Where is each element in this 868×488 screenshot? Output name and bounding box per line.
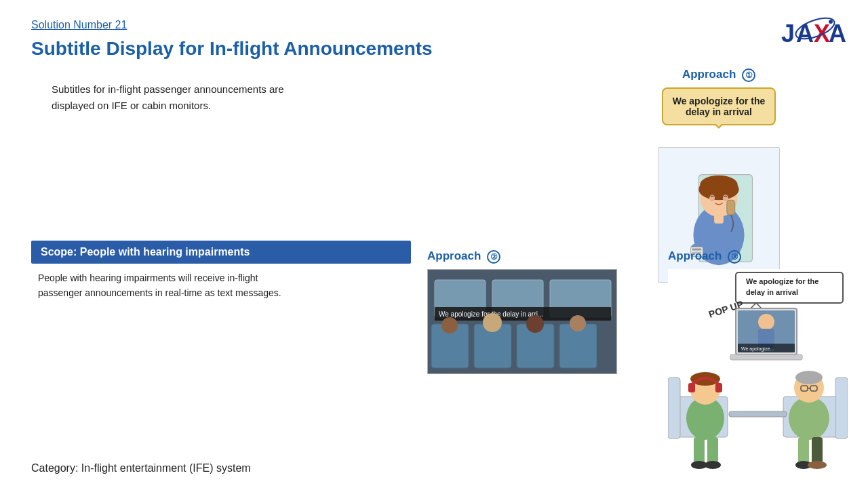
approach2-number: ②: [487, 250, 500, 264]
scope-header: Scope: People with hearing impairments: [31, 241, 411, 264]
svg-rect-48: [668, 378, 680, 439]
svg-rect-52: [688, 383, 695, 392]
approach1-bubble: We apologize for thedelay in arrival: [662, 87, 776, 125]
svg-text:delay in arrival: delay in arrival: [746, 288, 798, 296]
approach3-illustration: We apologize for the delay in arrival PO…: [668, 269, 848, 469]
approach3-label: Approach ③: [668, 249, 858, 264]
page-title: Subtitle Display for In-flight Announcem…: [31, 38, 841, 60]
svg-rect-19: [714, 214, 724, 224]
svg-rect-66: [798, 437, 809, 464]
svg-point-32: [526, 315, 544, 333]
approach1-number: ①: [742, 68, 755, 82]
svg-rect-67: [812, 437, 823, 464]
svg-rect-53: [715, 383, 722, 392]
svg-rect-59: [835, 378, 848, 439]
svg-point-6: [829, 20, 833, 24]
svg-rect-45: [730, 354, 802, 360]
svg-text:A: A: [829, 20, 846, 47]
jaxa-logo: J A X A: [780, 14, 848, 51]
svg-text:X: X: [814, 20, 830, 47]
svg-rect-55: [707, 437, 718, 464]
approach1-label: Approach ①: [644, 68, 793, 82]
svg-rect-54: [694, 437, 705, 464]
svg-point-57: [705, 461, 721, 469]
scope-section: Scope: People with hearing impairments P…: [31, 241, 411, 301]
approach3-section: Approach ③ We apologize for the delay in…: [668, 249, 858, 469]
svg-point-11: [698, 178, 738, 200]
svg-point-33: [570, 315, 586, 331]
svg-point-69: [808, 461, 827, 469]
svg-point-41: [758, 314, 774, 330]
svg-point-30: [441, 317, 458, 333]
approach2-label: Approach ②: [427, 249, 627, 264]
svg-point-62: [795, 371, 823, 384]
svg-point-31: [483, 313, 502, 332]
solution-number: Solution Number 21: [31, 19, 127, 31]
svg-text:J: J: [781, 20, 795, 47]
svg-text:We apologize...: We apologize...: [741, 346, 774, 352]
svg-rect-70: [729, 411, 787, 417]
category-text: Category: In-flight entertainment (IFE) …: [31, 462, 251, 474]
scope-content: People with hearing impairments will rec…: [31, 270, 411, 301]
svg-rect-14: [727, 200, 735, 215]
svg-text:We apologize for the: We apologize for the: [746, 277, 818, 285]
description-text: Subtitles for in-flight passenger announ…: [52, 81, 411, 114]
approach3-number: ③: [728, 250, 741, 264]
svg-point-60: [789, 396, 829, 440]
approach2-illustration: We apologize for the delay in arri...: [427, 269, 617, 374]
approach2-section: Approach ② We apologize for the delay in…: [427, 249, 627, 374]
